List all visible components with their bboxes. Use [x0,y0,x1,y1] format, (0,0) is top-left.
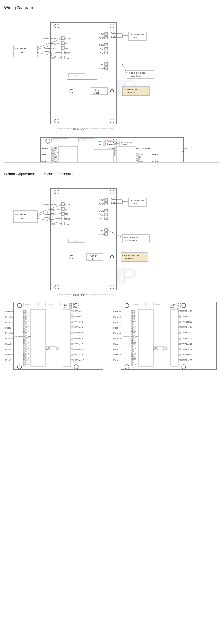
svg-text:NO: NO [54,156,57,158]
svg-rect-342 [23,315,25,316]
svg-text:+12V: +12V [170,304,175,306]
svg-point-327 [74,365,78,369]
svg-text:Floor 36: Floor 36 [113,332,121,334]
svg-text:NC: NC [25,327,28,329]
svg-text:Floor 14: Floor 14 [5,343,13,345]
svg-rect-531 [131,364,133,365]
svg-rect-457 [177,306,179,308]
svg-rect-247 [116,146,136,163]
svg-text:○○○○○: ○○○○○ [25,303,31,306]
svg-rect-515 [131,349,133,350]
svg-text:Lift control: Lift control [15,213,26,216]
svg-rect-469 [131,316,133,318]
svg-text:GND: GND [170,306,175,309]
svg-text:signal input: signal input [125,239,137,242]
svg-text:Port: Port [94,91,99,94]
diagram1-container: GHP LED D0 D1 GND +12 brown and blu [4,13,219,163]
svg-rect-401 [23,356,25,358]
svg-text:COM: COM [73,326,77,328]
svg-text:NC: NC [54,147,57,149]
svg-point-253 [110,285,114,289]
svg-point-318 [110,255,114,259]
svg-text:+12V: +12V [98,140,103,142]
svg-text:NC: NC [25,316,28,318]
svg-point-324 [17,303,22,308]
svg-rect-8 [61,51,64,54]
svg-rect-87 [103,143,105,145]
svg-rect-33 [105,33,108,35]
diagram2-svg: LED D0 D1 GND +12 brown and blue Green Y… [4,179,219,373]
svg-text:NO: NO [133,318,135,320]
svg-text:Red: Red [111,32,115,34]
svg-text:D0: D0 [65,208,68,211]
svg-rect-470 [131,318,133,320]
svg-text:NO: NO [25,334,28,336]
svg-rect-46 [105,43,108,46]
svg-rect-456 [177,303,179,306]
svg-text:NC: NC [133,310,135,312]
svg-text:Floor 33: Floor 33 [113,348,121,350]
svg-rect-490 [131,332,133,334]
svg-rect-369 [23,335,25,336]
svg-text:Floor 37: Floor 37 [113,327,121,329]
svg-text:B: B [180,306,181,308]
svg-rect-185 [136,156,138,158]
svg-text:Red: Red [51,57,55,59]
svg-rect-394 [23,351,25,352]
svg-rect-497 [131,338,133,340]
svg-text:Floor 15: Floor 15 [5,338,13,340]
page: Wiring Diagram GHP LED D0 D1 GND +12 [0,0,224,388]
svg-text:NC: NC [100,217,103,220]
svg-rect-529 [131,360,133,361]
svg-rect-549 [179,332,181,333]
svg-text:Red: Red [107,140,111,142]
svg-rect-492 [131,337,133,338]
svg-rect-296 [105,213,108,216]
svg-text:FL: FL [101,229,104,232]
svg-text:GND: GND [63,306,67,309]
svg-rect-122 [52,160,54,162]
svg-text:Floor 8: Floor 8 [77,348,83,350]
svg-text:COM: COM [181,343,185,345]
svg-text:COM: COM [73,359,77,361]
svg-rect-522 [131,354,133,356]
svg-text:Floor 39: Floor 39 [113,316,121,318]
diagram1-svg: LED D0 D1 GND +12 brown and blue Green Y… [4,13,219,163]
svg-text:Floor 31: Floor 31 [113,359,121,361]
svg-rect-561 [179,354,181,355]
svg-rect-256 [61,212,64,215]
svg-point-326 [17,365,22,369]
svg-text:○○○○○: ○○○○○ [81,139,87,141]
svg-text:NC: NC [25,310,28,312]
svg-text:NO: NO [133,361,135,363]
svg-rect-34 [105,36,108,39]
svg-rect-354 [23,322,25,323]
svg-text:Yellow White: Yellow White [45,47,57,49]
svg-text:Green: Green [49,42,55,45]
svg-point-252 [55,285,59,289]
svg-text:NC: NC [133,343,135,345]
svg-text:Connect switch: Connect switch [124,88,140,91]
svg-rect-108 [52,147,54,149]
svg-text:B: B [73,306,74,308]
svg-text:Floor 18: Floor 18 [41,160,49,163]
diagram2-container: GHP LED D0 D1 GND +12 brown and blue Gre… [4,179,219,373]
svg-text:Red: Red [51,223,55,225]
svg-text:Floor 18: Floor 18 [5,321,13,323]
svg-text:Black: Black [49,218,54,220]
svg-rect-283 [105,202,108,205]
svg-text:NO: NO [133,312,135,314]
svg-text:Floor 16: Floor 16 [5,332,13,334]
svg-text:NO: NO [25,318,28,320]
svg-text:Floor 10: Floor 10 [77,359,84,361]
svg-rect-408 [23,362,25,363]
svg-text:○○○○○: ○○○○○ [48,303,54,306]
svg-text:GND: GND [98,143,102,145]
svg-text:○○○○○: ○○○○○ [155,303,161,306]
svg-rect-477 [131,324,133,325]
svg-rect-116 [52,156,54,158]
svg-rect-555 [179,343,181,345]
svg-point-448 [125,365,129,369]
svg-rect-115 [52,154,54,155]
svg-point-317 [70,255,73,259]
